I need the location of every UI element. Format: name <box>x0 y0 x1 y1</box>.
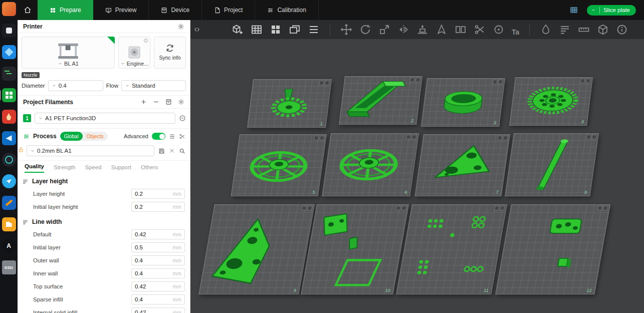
param-input[interactable]: 0.4 mm <box>131 255 185 265</box>
model-gear-with-stand[interactable] <box>248 80 331 127</box>
scale-icon[interactable] <box>378 24 390 36</box>
split-object-icon[interactable] <box>455 24 467 36</box>
cut-icon[interactable] <box>474 24 486 36</box>
model-spool-wheel[interactable] <box>232 135 326 196</box>
build-plate-9[interactable]: 9 <box>198 204 315 294</box>
filament-color-index[interactable]: 1 <box>23 114 31 122</box>
process-preset-select[interactable]: 0.2mm BL A1 <box>27 145 154 156</box>
tab-others[interactable]: Others <box>141 164 158 173</box>
model-cylinder[interactable] <box>421 79 505 126</box>
tab-support[interactable]: Support <box>111 164 131 173</box>
taskbar-app-icon-8[interactable] <box>2 153 16 167</box>
tab-strength[interactable]: Strength <box>54 164 75 173</box>
sync-filaments-icon[interactable] <box>165 99 172 105</box>
measure-icon[interactable] <box>578 24 590 36</box>
taskbar-screenshot-app-icon[interactable] <box>2 2 16 16</box>
section-layer-height[interactable]: Layer height <box>18 173 190 187</box>
plate-settings-icons[interactable] <box>396 206 407 210</box>
add-plate-icon[interactable] <box>251 24 263 36</box>
plates-overview-icon[interactable] <box>570 6 578 14</box>
auto-arrange-icon[interactable] <box>270 24 282 36</box>
scope-global-option[interactable]: Global <box>60 132 83 141</box>
delete-preset-icon[interactable] <box>169 148 175 154</box>
param-input[interactable]: 0.42 mm <box>131 307 185 313</box>
build-plate-10[interactable]: 10 <box>301 204 409 294</box>
advanced-toggle[interactable] <box>152 133 165 140</box>
plate-settings-icons[interactable] <box>493 80 503 84</box>
build-plate-3[interactable]: 3 <box>421 78 505 127</box>
model-channel-bracket[interactable] <box>339 77 422 124</box>
param-input[interactable]: 0.5 mm <box>131 242 185 252</box>
lay-on-face-icon[interactable] <box>416 24 428 36</box>
save-preset-icon[interactable] <box>158 148 165 154</box>
rotate-icon[interactable] <box>359 24 371 36</box>
info-icon[interactable] <box>143 38 148 43</box>
filament-settings-gear-icon[interactable] <box>178 99 184 105</box>
taskbar-telegram-icon[interactable] <box>2 174 16 188</box>
tab-quality[interactable]: Quality <box>25 163 44 173</box>
printer-settings-gear-icon[interactable] <box>177 23 184 30</box>
add-filament-icon[interactable] <box>140 99 147 105</box>
plate-settings-icons[interactable] <box>314 136 324 140</box>
tab-device[interactable]: Device <box>149 0 202 20</box>
model-spool-wheel[interactable] <box>322 134 418 196</box>
auto-orient-icon[interactable] <box>436 24 448 36</box>
plate-settings-icons[interactable] <box>494 206 505 210</box>
param-input[interactable]: 0.42 mm <box>131 281 185 291</box>
printer-card[interactable]: BL A1 <box>22 37 115 69</box>
filament-edit-icon[interactable] <box>179 115 186 122</box>
plate-settings-icons[interactable] <box>597 206 608 210</box>
build-plate-2[interactable]: 2 <box>339 76 422 125</box>
process-list-view-icon[interactable] <box>169 133 175 140</box>
plate-settings-icons[interactable] <box>302 206 313 210</box>
variable-layer-height-icon[interactable] <box>559 24 571 36</box>
param-input[interactable]: 0.2 mm <box>131 189 185 199</box>
object-list-icon[interactable] <box>308 24 320 36</box>
param-input[interactable]: 0.4 mm <box>131 294 185 304</box>
build-plate-8[interactable]: 8 <box>505 133 599 196</box>
plate-settings-icons[interactable] <box>586 135 596 139</box>
build-plate-4[interactable]: 4 <box>509 77 593 126</box>
flow-select[interactable]: Standard <box>121 80 186 91</box>
build-plate-11[interactable]: 11 <box>396 204 507 294</box>
plate-info-icon[interactable] <box>616 24 628 36</box>
model-large-gear[interactable] <box>510 78 592 125</box>
filament-select[interactable]: A1 PET Function3D <box>35 113 175 124</box>
support-paint-icon[interactable] <box>540 24 552 36</box>
filament-slot-select[interactable]: Engine... <box>120 61 148 67</box>
home-button[interactable] <box>18 0 38 20</box>
model-thin-rod[interactable] <box>505 134 598 196</box>
taskbar-app-icon-2[interactable] <box>2 24 16 38</box>
taskbar-code-editor-icon[interactable] <box>2 131 16 145</box>
move-icon[interactable] <box>340 24 352 36</box>
tab-project[interactable]: Project <box>202 0 255 20</box>
tab-prepare[interactable]: Prepare <box>38 0 93 20</box>
model-scattered-small-parts[interactable] <box>396 205 506 294</box>
remove-filament-icon[interactable] <box>153 99 159 105</box>
param-input[interactable]: 0.42 mm <box>131 229 185 239</box>
sidebar-collapse-handle[interactable] <box>193 26 200 33</box>
mirror-icon[interactable] <box>397 24 409 36</box>
section-line-width[interactable]: Line width <box>18 213 190 228</box>
tab-preview[interactable]: Preview <box>93 0 149 20</box>
printer-name-select[interactable]: BL A1 <box>58 61 79 67</box>
assembly-view-icon[interactable] <box>597 24 609 36</box>
taskbar-a-logo-icon[interactable]: A <box>2 239 16 253</box>
taskbar-slicer-app-icon-active[interactable] <box>2 88 16 102</box>
param-input[interactable]: 0.4 mm <box>131 268 185 278</box>
build-plate-7[interactable]: 7 <box>415 134 510 196</box>
taskbar-app-icon-10[interactable] <box>2 196 16 210</box>
text-tool-icon[interactable]: Ta <box>512 24 519 36</box>
nozzle-diameter-select[interactable]: 0.4 <box>48 80 103 91</box>
slice-dropdown-caret-icon[interactable] <box>591 8 596 13</box>
sync-info-button[interactable]: Sync info <box>154 37 186 69</box>
taskbar-ssd-icon[interactable]: SSD <box>2 260 16 274</box>
scope-objects-option[interactable]: Objects <box>83 134 108 139</box>
filament-slot-card[interactable]: Engine... <box>118 37 150 69</box>
build-plate-5[interactable]: 5 <box>231 134 327 196</box>
plate-settings-icons[interactable] <box>410 78 420 82</box>
seam-paint-icon[interactable] <box>493 24 505 36</box>
split-plates-icon[interactable] <box>289 24 301 36</box>
plate-settings-icons[interactable] <box>497 136 508 140</box>
tab-calibration[interactable]: Calibration <box>255 0 318 20</box>
